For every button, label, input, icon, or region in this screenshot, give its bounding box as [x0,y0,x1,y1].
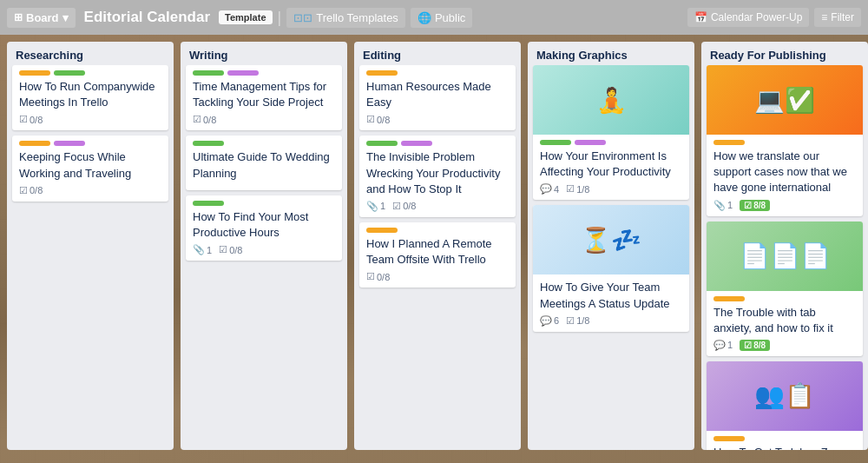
card-checklist-count: ☑ 0/8 [392,201,416,212]
card-footer: 💬 4☑ 1/8 [540,183,682,195]
column-title-making-graphics: Making Graphics [528,42,694,65]
card[interactable]: 📄📄📄The Trouble with tab anxiety, and how… [707,222,863,356]
board-label: Board [26,11,59,24]
column-writing: WritingTime Management Tips for Tackling… [181,42,347,450]
filter-icon: ≡ [821,11,827,23]
card-labels [713,140,856,145]
label-purple [401,141,432,146]
card-checklist-count: ☑ 1/8 [566,183,589,195]
header-title: Editorial Calendar [84,9,210,26]
card-title: The Trouble with tab anxiety, and how to… [713,305,856,336]
checklist-icon: ☑ [19,185,28,196]
card-labels [713,436,856,441]
check-icon: ☑ [744,201,752,210]
public-button[interactable]: 🌐 Public [411,8,472,28]
card-labels [366,70,509,76]
board-header: ⊞ Board ▾ Editorial Calendar Template | … [0,0,868,35]
card-title: How To Give Your Team Meetings A Status … [540,280,682,311]
label-yellow [366,228,398,233]
checklist-icon: ☑ [566,315,575,327]
column-editing: EditingHuman Resources Made Easy☑ 0/8The… [354,42,521,450]
card-title: How Your Environment Is Affecting Your P… [540,149,682,180]
checklist-icon: ☑ [193,114,201,125]
label-green [193,70,224,76]
card-complete-badge: ☑ 8/8 [740,340,770,351]
card-labels [366,228,509,233]
comment-icon: 💬 [540,183,552,195]
grid-icon: ⊞ [14,11,23,23]
card-footer: 💬 6☑ 1/8 [540,315,682,327]
card[interactable]: How To Run Companywide Meetings In Trell… [12,65,168,130]
card[interactable]: 🧘How Your Environment Is Affecting Your … [533,65,689,200]
card-footer: ☑ 0/8 [19,114,161,125]
card-labels [19,141,161,146]
column-ready-for-publishing: Ready For Publishing💻✅How we translate o… [701,42,868,450]
calendar-powerup-label: Calendar Power-Up [711,11,802,23]
card-labels [193,70,335,76]
card[interactable]: How To Find Your Most Productive Hours📎 … [186,195,342,261]
card[interactable]: The Invisible Problem Wrecking Your Prod… [359,136,516,217]
trello-templates-button[interactable]: ⊡ Trello Templates [286,8,405,28]
card-labels [19,70,161,76]
card-title: How we translate our support cases now t… [713,149,856,196]
column-researching: ResearchingHow To Run Companywide Meetin… [7,42,174,450]
card-image: 📄📄📄 [707,222,863,291]
card-title: Ultimate Guide To Wedding Planning [193,149,335,181]
card[interactable]: Human Resources Made Easy☑ 0/8 [359,65,516,130]
label-green [193,201,224,206]
filter-button[interactable]: ≡ Filter [814,8,861,27]
card-footer: 📎 1☑ 0/8 [366,201,509,212]
attachment-icon: 📎 [366,201,378,212]
chevron-icon: ▾ [62,11,69,24]
board-button[interactable]: ⊞ Board ▾ [7,8,76,28]
card[interactable]: 💻✅How we translate our support cases now… [707,65,863,216]
comment-icon: 💬 [540,315,552,327]
card-footer: ☑ 0/8 [193,114,335,125]
label-yellow [19,141,50,146]
card[interactable]: Ultimate Guide To Wedding Planning [186,136,342,189]
column-cards-making-graphics: 🧘How Your Environment Is Affecting Your … [528,65,694,450]
card-footer: 📎 1☑ 8/8 [713,200,856,211]
card[interactable]: Keeping Focus While Working and Travelin… [12,136,168,201]
card-footer: ☑ 0/8 [366,114,509,125]
card-attachment-count: 📎 1 [713,200,733,211]
public-label: Public [435,11,465,24]
column-making-graphics: Making Graphics🧘How Your Environment Is … [528,42,694,450]
columns-container: ResearchingHow To Run Companywide Meetin… [0,35,868,463]
card-image: 💻✅ [707,65,863,135]
card-checklist-count: ☑ 0/8 [366,271,390,282]
checklist-icon: ☑ [566,183,575,195]
separator: | [278,9,282,27]
card[interactable]: How I Planned A Remote Team Offsite With… [359,222,516,288]
checklist-icon: ☑ [366,114,375,125]
card-title: Human Resources Made Easy [366,79,509,110]
label-green [54,70,85,76]
calendar-powerup-button[interactable]: 📅 Calendar Power-Up [687,8,809,27]
label-yellow [713,140,745,145]
column-cards-editing: Human Resources Made Easy☑ 0/8The Invisi… [354,65,521,450]
card[interactable]: Time Management Tips for Tackling Your S… [186,65,342,130]
card-complete-badge: ☑ 8/8 [740,200,770,211]
checklist-icon: ☑ [19,114,28,125]
label-green [540,140,571,145]
card-checklist-count: ☑ 0/8 [19,185,43,196]
column-cards-researching: How To Run Companywide Meetings In Trell… [7,65,174,450]
label-yellow [366,70,398,76]
column-cards-ready-for-publishing: 💻✅How we translate our support cases now… [701,65,868,450]
globe-icon: 🌐 [418,11,431,24]
card-checklist-count: ☑ 1/8 [566,315,589,327]
check-icon: ☑ [744,341,752,350]
card-footer: 💬 1☑ 8/8 [713,340,856,351]
trello-icon: ⊡ [293,11,312,24]
card[interactable]: 👥📋How To Get To Inbox Zero [707,361,863,450]
card-labels [540,140,682,145]
card-title: Keeping Focus While Working and Travelin… [19,149,161,181]
column-cards-writing: Time Management Tips for Tackling Your S… [181,65,347,450]
card-labels [366,141,509,146]
card-footer: ☑ 0/8 [19,185,161,196]
card[interactable]: ⏳💤How To Give Your Team Meetings A Statu… [533,205,689,331]
column-title-ready-for-publishing: Ready For Publishing [701,42,868,65]
card-image: 🧘 [533,65,689,135]
trello-templates-label: Trello Templates [316,11,398,24]
card-attachment-count: 📎 1 [193,244,212,255]
